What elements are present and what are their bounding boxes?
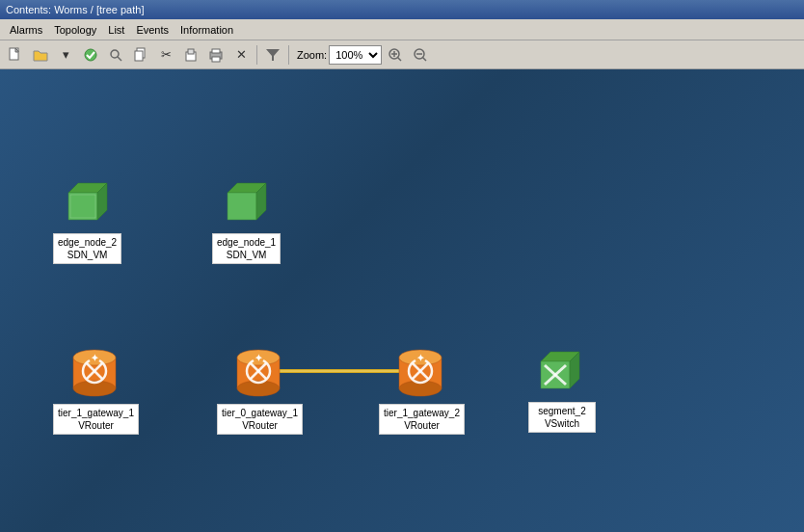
toolbar: ▾ ✂ ✕ Zoom: 100% 50% 75% 125% 150% 200% xyxy=(0,40,804,69)
toolbar-print-btn[interactable] xyxy=(204,44,228,66)
switch-icon-segment2 xyxy=(533,344,591,398)
menu-topology[interactable]: Topology xyxy=(48,22,102,38)
toolbar-delete-btn[interactable]: ✕ xyxy=(229,44,253,66)
menu-bar: Alarms Topology List Events Information xyxy=(0,19,804,40)
svg-rect-7 xyxy=(188,49,194,54)
cylinder-icon-tier1-gateway2: ✦ xyxy=(391,344,451,400)
toolbar-paste-btn[interactable] xyxy=(179,44,202,66)
cylinder-icon-tier0-gateway1: ✦ xyxy=(229,344,289,400)
svg-text:✦: ✦ xyxy=(416,353,425,363)
svg-line-13 xyxy=(398,57,402,61)
svg-line-17 xyxy=(423,57,427,61)
menu-list[interactable]: List xyxy=(102,22,130,38)
zoom-label: Zoom: xyxy=(297,49,327,61)
node-edge-node-2[interactable]: edge_node_2 SDN_VM xyxy=(53,173,121,264)
node-label-edge-node-2: edge_node_2 SDN_VM xyxy=(53,233,121,264)
node-label-tier1-gateway2: tier_1_gateway_2 VRouter xyxy=(379,404,465,435)
toolbar-new-btn[interactable] xyxy=(4,44,27,66)
svg-rect-9 xyxy=(212,57,220,62)
zoom-select[interactable]: 100% 50% 75% 125% 150% 200% xyxy=(329,45,382,65)
svg-marker-26 xyxy=(228,193,256,220)
svg-line-3 xyxy=(118,57,121,61)
zoom-out-btn[interactable] xyxy=(409,44,432,66)
menu-alarms[interactable]: Alarms xyxy=(4,22,48,38)
node-tier1-gateway1[interactable]: ✦ tier_1_gateway_1 VRouter xyxy=(53,344,139,435)
svg-rect-10 xyxy=(212,49,220,53)
title-bar: Contents: Worms / [tree path] xyxy=(0,0,804,19)
svg-text:✦: ✦ xyxy=(91,353,99,363)
node-label-tier0-gateway1: tier_0_gateway_1 VRouter xyxy=(217,404,303,435)
connection-lines xyxy=(0,69,804,532)
svg-rect-5 xyxy=(135,51,143,61)
toolbar-separator-2 xyxy=(288,45,289,65)
node-tier0-gateway1[interactable]: ✦ tier_0_gateway_1 VRouter xyxy=(217,344,303,435)
toolbar-copy-btn[interactable] xyxy=(129,44,152,66)
toolbar-check-btn[interactable] xyxy=(79,44,102,66)
menu-information[interactable]: Information xyxy=(174,22,239,38)
toolbar-filter-btn[interactable] xyxy=(261,44,284,66)
node-tier1-gateway2[interactable]: ✦ tier_1_gateway_2 VRouter xyxy=(379,344,465,435)
node-label-tier1-gateway1: tier_1_gateway_1 VRouter xyxy=(53,404,139,435)
cylinder-icon-tier1-gateway1: ✦ xyxy=(66,344,125,400)
node-segment2[interactable]: segment_2 VSwitch xyxy=(528,344,596,433)
node-edge-node-1[interactable]: edge_node_1 SDN_VM xyxy=(212,173,281,264)
title-text: Contents: Worms / [tree path] xyxy=(6,4,144,15)
topology-canvas[interactable]: edge_node_2 SDN_VM edge_node_1 SDN_VM xyxy=(0,69,804,532)
cube-icon-edge-node-2 xyxy=(59,173,117,229)
svg-marker-22 xyxy=(68,193,97,220)
node-label-segment2: segment_2 VSwitch xyxy=(528,402,596,433)
menu-events[interactable]: Events xyxy=(130,22,174,38)
toolbar-separator xyxy=(256,45,257,65)
toolbar-open-btn[interactable] xyxy=(29,44,52,66)
node-label-edge-node-1: edge_node_1 SDN_VM xyxy=(212,233,281,264)
zoom-in-btn[interactable] xyxy=(384,44,407,66)
toolbar-search-btn[interactable] xyxy=(104,44,127,66)
svg-marker-11 xyxy=(266,49,280,61)
toolbar-dropdown-btn[interactable]: ▾ xyxy=(54,44,77,66)
svg-point-1 xyxy=(85,49,96,61)
svg-point-2 xyxy=(111,50,119,58)
cube-icon-edge-node-1 xyxy=(218,173,276,229)
svg-text:✦: ✦ xyxy=(255,353,263,363)
toolbar-cut-btn[interactable]: ✂ xyxy=(154,44,177,66)
